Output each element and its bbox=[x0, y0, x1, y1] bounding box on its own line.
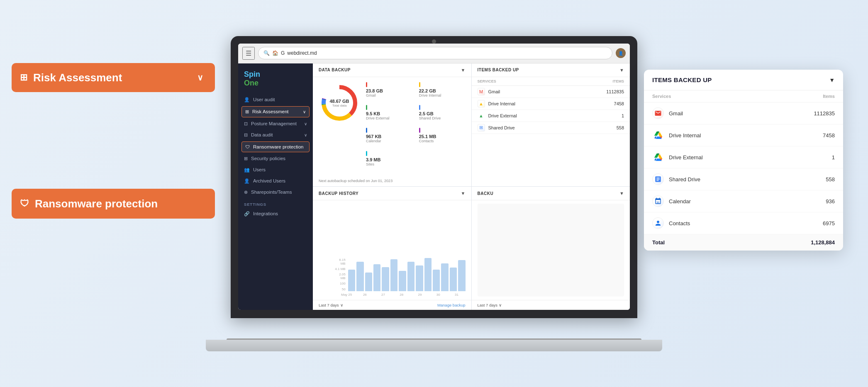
search-icon: 🔍 bbox=[263, 50, 270, 56]
sidebar-item-integrations[interactable]: 🔗 Integrations bbox=[238, 208, 313, 219]
stat-size-sites: 3.9 MB bbox=[366, 157, 412, 162]
stat-drive-internal: 22.2 GB Drive Internal bbox=[419, 82, 466, 102]
stat-bar-calendar bbox=[366, 128, 367, 133]
popup-count-calendar: 936 bbox=[826, 198, 835, 204]
chart-bar[interactable] bbox=[424, 258, 432, 291]
sidebar-nav: 👤 User audit ⊞ Risk Assessment ∨ ⊡ Postu… bbox=[238, 92, 313, 310]
callout-ransomware[interactable]: 🛡 Ransomware protection bbox=[12, 189, 215, 219]
popup-count-drive-ext: 1 bbox=[832, 154, 835, 161]
chart-bar[interactable] bbox=[373, 264, 380, 291]
sidebar-label-posture: Posture Management bbox=[251, 121, 297, 126]
stat-size-contacts: 25.1 MB bbox=[419, 134, 466, 139]
sidebar-label-integrations: Integrations bbox=[253, 211, 278, 216]
popup-row-shared: Shared Drive 558 bbox=[644, 168, 843, 190]
autobackup-note: Next autobackup scheduled on Jun 01, 202… bbox=[313, 176, 471, 186]
backup-2-range[interactable]: Last 7 days ∨ bbox=[478, 303, 502, 307]
sidebar-item-security-policies[interactable]: ⊞ Security policies bbox=[238, 153, 313, 164]
popup-count-gmail: 1112835 bbox=[814, 110, 835, 117]
browser-profile[interactable]: 👤 bbox=[616, 48, 626, 58]
popup-name-drive-ext: Drive External bbox=[669, 154, 827, 161]
risk-icon: ⊞ bbox=[245, 109, 249, 114]
chart-bar[interactable] bbox=[407, 262, 414, 291]
sidebar-item-ransomware[interactable]: 🛡 Ransomware protection bbox=[241, 141, 310, 152]
service-name-gmail: Gmail bbox=[488, 89, 603, 94]
backup-2-chevron[interactable]: ▼ bbox=[619, 191, 624, 196]
chart-bar[interactable] bbox=[356, 262, 363, 291]
popup-name-shared: Shared Drive bbox=[669, 176, 821, 183]
chart-range[interactable]: Last 7 days ∨ bbox=[319, 303, 343, 307]
integrations-icon: 🔗 bbox=[244, 211, 250, 217]
browser-favicon: 🏠 bbox=[272, 50, 278, 56]
shared-drive-icon: ⊞ bbox=[478, 124, 485, 131]
stat-bar-sites bbox=[366, 151, 367, 156]
popup-total-label: Total bbox=[652, 239, 665, 246]
service-row-gmail: M Gmail 1112835 bbox=[472, 86, 630, 98]
logo: Spin One bbox=[238, 63, 313, 92]
history-content: 6.15 MB 4.1 MB 2.05 MB 100 50 bbox=[313, 200, 471, 300]
popup-contacts-icon bbox=[652, 217, 664, 229]
popup-title: ITEMS BACKED UP bbox=[652, 76, 712, 83]
sidebar-item-data-audit[interactable]: ⊟ Data audit ∨ bbox=[238, 129, 313, 141]
data-audit-chevron-icon: ∨ bbox=[304, 133, 307, 137]
history-chevron[interactable]: ▼ bbox=[461, 191, 466, 196]
gmail-icon: M bbox=[478, 88, 485, 95]
data-backup-title: DATA BACKUP bbox=[319, 68, 351, 72]
chart-bar[interactable] bbox=[458, 260, 465, 291]
chart-bar[interactable] bbox=[390, 259, 397, 291]
stat-label-drive-ext: Drive External bbox=[366, 116, 412, 120]
popup-shared-icon bbox=[652, 173, 664, 185]
data-backup-chevron[interactable]: ▼ bbox=[461, 68, 466, 73]
popup-col-items: Items bbox=[823, 94, 835, 99]
popup-chevron-icon[interactable]: ▼ bbox=[829, 77, 835, 83]
chart-bar[interactable] bbox=[382, 267, 389, 291]
chart-bar[interactable] bbox=[441, 263, 448, 291]
backup-stats: 23.8 GB Gmail 22.2 GB Drive Internal bbox=[366, 82, 466, 172]
stat-sites: 3.9 MB Sites bbox=[366, 151, 412, 171]
risk-chevron-icon: ∨ bbox=[303, 110, 306, 114]
browser-address-bar[interactable]: 🔍 🏠 G webdirect.md bbox=[258, 47, 612, 59]
chart-footer: Last 7 days ∨ Manage backup bbox=[313, 300, 471, 310]
items-chevron[interactable]: ▼ bbox=[619, 68, 624, 73]
service-row-drive-ext: ▲ Drive External 1 bbox=[472, 110, 630, 122]
chart-bar[interactable] bbox=[365, 273, 372, 291]
settings-section-label: SETTINGS bbox=[238, 198, 313, 208]
browser-menu-button[interactable]: ☰ bbox=[242, 47, 255, 60]
service-row-shared: ⊞ Shared Drive 558 bbox=[472, 122, 630, 134]
callout-ransomware-icon: 🛡 bbox=[20, 198, 29, 209]
stat-size-drive-ext: 9.5 KB bbox=[366, 111, 412, 116]
callout-risk-assessment[interactable]: ⊞ Risk Assessment ∨ bbox=[12, 63, 215, 92]
browser-url: webdirect.md bbox=[287, 50, 607, 56]
chart-bar[interactable] bbox=[348, 270, 355, 291]
popup-total-count: 1,128,884 bbox=[811, 239, 835, 246]
sidebar-item-user-audit[interactable]: 👤 User audit bbox=[238, 94, 313, 105]
manage-backup-link[interactable]: Manage backup bbox=[437, 303, 466, 307]
chart-bar[interactable] bbox=[450, 268, 457, 291]
sidebar-item-archived-users[interactable]: 👤 Archived Users bbox=[238, 175, 313, 187]
sidebar-item-posture[interactable]: ⊡ Posture Management ∨ bbox=[238, 118, 313, 129]
sharepoints-icon: ⊗ bbox=[244, 190, 248, 195]
laptop-base bbox=[206, 340, 662, 351]
popup-name-calendar: Calendar bbox=[669, 198, 821, 204]
popup-row-calendar: 31 Calendar 936 bbox=[644, 190, 843, 212]
chart-bar[interactable] bbox=[399, 271, 406, 291]
donut-total-label: Total data bbox=[329, 103, 349, 107]
data-backup-header: DATA BACKUP ▼ bbox=[313, 63, 471, 77]
sidebar-item-sharepoints[interactable]: ⊗ Sharepoints/Teams bbox=[238, 187, 313, 198]
range-label: Last 7 days bbox=[319, 303, 339, 307]
backup-2-footer: Last 7 days ∨ bbox=[472, 300, 630, 310]
popup-total-row: Total 1,128,884 bbox=[644, 234, 843, 251]
service-name-drive-int: Drive Internal bbox=[488, 101, 611, 106]
stat-drive-external: 9.5 KB Drive External bbox=[366, 105, 412, 125]
chart-bar[interactable] bbox=[416, 265, 423, 291]
popup-row-contacts: Contacts 6975 bbox=[644, 212, 843, 234]
backup-2-range-chevron: ∨ bbox=[499, 303, 502, 307]
sidebar: Spin One 👤 User audit ⊞ Risk Assessment bbox=[238, 63, 313, 310]
sidebar-item-users[interactable]: 👥 Users bbox=[238, 164, 313, 175]
sidebar-item-risk-assessment[interactable]: ⊞ Risk Assessment ∨ bbox=[241, 106, 310, 117]
stat-bar-contacts bbox=[419, 128, 420, 133]
laptop-body: ☰ 🔍 🏠 G webdirect.md 👤 Spin bbox=[231, 36, 637, 318]
stat-size-shared: 2.5 GB bbox=[419, 111, 466, 116]
callout-risk-label: Risk Assessment bbox=[33, 71, 122, 84]
users-icon: 👥 bbox=[244, 167, 250, 173]
chart-bar[interactable] bbox=[433, 270, 440, 291]
